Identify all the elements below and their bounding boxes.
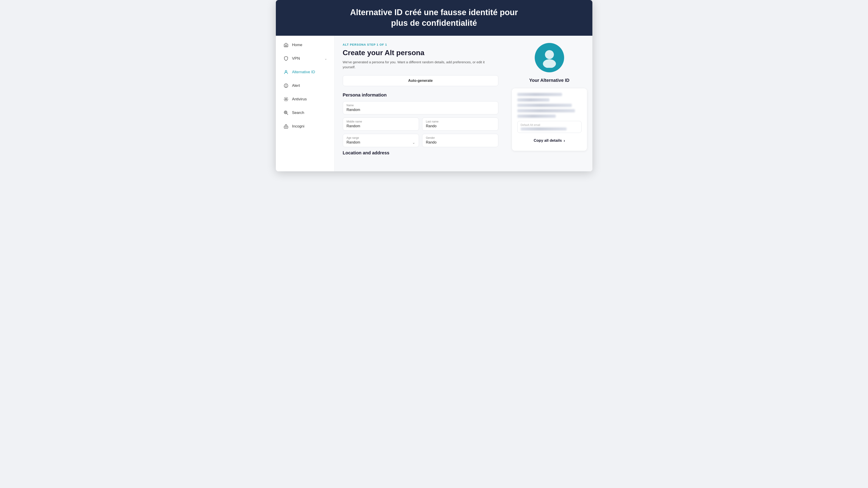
last-name-field[interactable]: Last name Rando bbox=[422, 118, 498, 131]
name-field[interactable]: Name Random bbox=[343, 101, 498, 115]
age-gender-row: Age range Random ⌄ Gender Rando bbox=[343, 134, 498, 147]
form-title: Create your Alt persona bbox=[343, 48, 498, 57]
home-icon bbox=[283, 42, 289, 48]
altid-icon bbox=[283, 69, 289, 75]
svg-point-11 bbox=[543, 59, 556, 68]
banner-line2: plus de confidentialité bbox=[391, 18, 477, 28]
default-alt-email-label: Default Alt email bbox=[521, 123, 578, 127]
chevron-down-icon: ⌄ bbox=[324, 57, 327, 60]
sidebar-item-antivirus[interactable]: Antivirus bbox=[278, 93, 333, 105]
blurred-detail-3 bbox=[517, 104, 572, 107]
content-area: ALT PERSONA STEP 1 OF 1 Create your Alt … bbox=[335, 36, 592, 171]
sidebar-alert-label: Alert bbox=[292, 84, 327, 88]
copy-btn-label: Copy all details bbox=[534, 138, 562, 143]
age-range-label: Age range bbox=[347, 136, 415, 139]
sidebar-item-incogni[interactable]: Incogni bbox=[278, 120, 333, 132]
auto-generate-button[interactable]: Auto-generate bbox=[343, 75, 498, 86]
svg-point-10 bbox=[545, 50, 554, 59]
main-layout: Home VPN ⌄ Al bbox=[276, 36, 592, 171]
middle-last-row: Middle name Random Last name Rando bbox=[343, 118, 498, 131]
blurred-detail-4 bbox=[517, 109, 575, 112]
sidebar-item-home[interactable]: Home bbox=[278, 39, 333, 51]
gender-value: Rando bbox=[426, 140, 494, 144]
right-panel: Your Alternative ID Default Alt email Co… bbox=[506, 36, 592, 171]
blurred-detail-1 bbox=[517, 93, 562, 96]
alert-icon bbox=[283, 83, 289, 89]
svg-point-4 bbox=[285, 99, 287, 100]
incogni-icon bbox=[283, 123, 289, 129]
search-icon bbox=[283, 110, 289, 116]
id-card: Default Alt email Copy all details › bbox=[512, 88, 587, 151]
avatar bbox=[535, 43, 564, 72]
copy-all-details-button[interactable]: Copy all details › bbox=[517, 135, 582, 146]
svg-point-9 bbox=[286, 127, 286, 127]
name-value: Random bbox=[347, 108, 494, 112]
name-row: Name Random bbox=[343, 101, 498, 115]
middle-name-value: Random bbox=[347, 124, 415, 128]
app-wrapper: Alternative ID créé une fausse identité … bbox=[276, 0, 592, 171]
sidebar-item-alert[interactable]: Alert bbox=[278, 79, 333, 92]
blurred-detail-2 bbox=[517, 98, 550, 101]
sidebar-item-vpn[interactable]: VPN ⌄ bbox=[278, 53, 333, 65]
sidebar-vpn-label: VPN bbox=[292, 56, 321, 61]
antivirus-icon bbox=[283, 96, 289, 102]
step-label: ALT PERSONA STEP 1 OF 1 bbox=[343, 43, 498, 46]
svg-point-0 bbox=[285, 70, 287, 72]
banner: Alternative ID créé une fausse identité … bbox=[276, 0, 592, 36]
gender-field[interactable]: Gender Rando bbox=[422, 134, 498, 147]
form-description: We've generated a persona for you. Want … bbox=[343, 60, 498, 70]
alt-id-title: Your Alternative ID bbox=[529, 78, 569, 83]
sidebar-search-label: Search bbox=[292, 110, 327, 115]
svg-point-3 bbox=[286, 86, 286, 87]
chevron-right-icon: › bbox=[564, 138, 565, 143]
sidebar-incogni-label: Incogni bbox=[292, 124, 327, 129]
banner-line1: Alternative ID créé une fausse identité … bbox=[350, 8, 518, 17]
sidebar-item-search[interactable]: Search bbox=[278, 107, 333, 119]
middle-name-label: Middle name bbox=[347, 120, 415, 123]
default-alt-email-box: Default Alt email bbox=[517, 121, 582, 133]
persona-section-title: Persona information bbox=[343, 92, 498, 98]
sidebar-altid-label: Alternative ID bbox=[292, 70, 327, 74]
blurred-detail-5 bbox=[517, 115, 556, 118]
vpn-icon bbox=[283, 56, 289, 62]
svg-point-7 bbox=[285, 112, 286, 113]
location-section-title: Location and address bbox=[343, 150, 498, 156]
sidebar-item-alternative-id[interactable]: Alternative ID bbox=[278, 66, 333, 78]
middle-name-field[interactable]: Middle name Random bbox=[343, 118, 419, 131]
last-name-label: Last name bbox=[426, 120, 494, 123]
age-range-value: Random bbox=[347, 140, 360, 144]
last-name-value: Rando bbox=[426, 124, 494, 128]
dropdown-chevron-icon: ⌄ bbox=[412, 140, 415, 145]
sidebar: Home VPN ⌄ Al bbox=[276, 36, 335, 171]
name-label: Name bbox=[347, 104, 494, 107]
form-panel: ALT PERSONA STEP 1 OF 1 Create your Alt … bbox=[335, 36, 506, 171]
age-range-field[interactable]: Age range Random ⌄ bbox=[343, 134, 419, 147]
sidebar-home-label: Home bbox=[292, 43, 327, 47]
gender-label: Gender bbox=[426, 136, 494, 139]
sidebar-antivirus-label: Antivirus bbox=[292, 97, 327, 101]
email-blurred-value bbox=[521, 128, 567, 130]
svg-line-6 bbox=[287, 113, 288, 115]
